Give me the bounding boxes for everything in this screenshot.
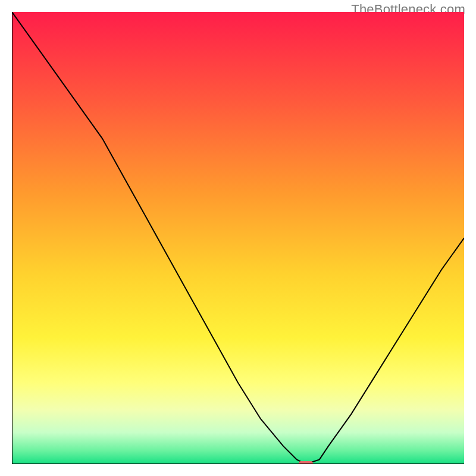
gradient-background bbox=[12, 12, 464, 464]
chart-container bbox=[12, 12, 464, 464]
chart-svg bbox=[12, 12, 464, 464]
